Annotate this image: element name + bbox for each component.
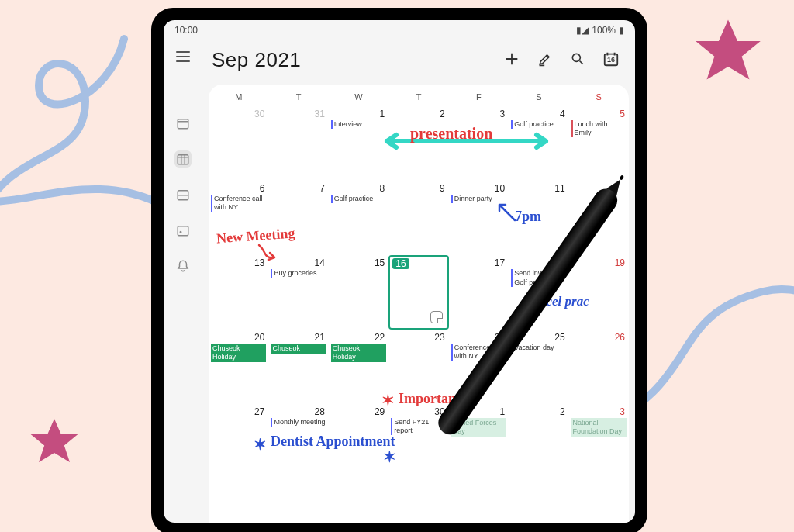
event-chip[interactable]: Send invoice [511, 269, 566, 278]
event-chip[interactable]: Lunch with Emily [571, 120, 627, 137]
dow-label: S [509, 85, 568, 106]
toolbar: 16 [503, 50, 620, 71]
day-cell[interactable]: 2 [388, 106, 448, 181]
today-badge: 16 [602, 56, 620, 64]
day-cell[interactable]: 8Golf practice [329, 181, 388, 255]
dow-label: S [569, 85, 629, 106]
day-cell[interactable]: 6Conference call with NY [209, 181, 268, 255]
event-chip[interactable]: Send FY21 report [391, 418, 446, 435]
side-rail [164, 40, 202, 275]
view-month-icon[interactable] [174, 150, 192, 168]
svg-point-7 [572, 54, 580, 61]
event-chip[interactable]: Chuseok Holiday [331, 344, 386, 362]
day-cell[interactable]: 13 [209, 255, 268, 330]
day-cell[interactable]: 11 [509, 181, 568, 255]
dow-row: MTWTFSS [209, 85, 629, 106]
svg-rect-3 [178, 155, 188, 164]
event-chip[interactable]: Monthly meeting [271, 418, 326, 427]
dow-label: T [388, 85, 448, 106]
status-bar: 10:00 ▮◢ 100% ▮ [164, 20, 635, 40]
event-chip[interactable]: Buy groceries [271, 269, 326, 278]
dow-label: F [449, 85, 509, 106]
day-cell[interactable] [569, 181, 629, 255]
day-cell[interactable]: 14Buy groceries [268, 255, 328, 330]
day-cell[interactable]: 2 [509, 404, 568, 478]
svg-rect-2 [178, 119, 188, 129]
day-cell[interactable]: 30Send FY21 report [388, 404, 448, 478]
day-cell[interactable]: 31 [268, 106, 328, 181]
battery-icon: ▮ [619, 25, 624, 36]
calendar-card: MTWTFSS 30311Interview234Golf practice5L… [209, 85, 629, 523]
svg-marker-1 [31, 419, 78, 462]
day-cell[interactable]: 23 [388, 330, 448, 404]
event-chip[interactable]: National Foundation Day [571, 418, 627, 437]
device-frame: 10:00 ▮◢ 100% ▮ [151, 8, 647, 532]
signal-icon: ▮◢ [576, 25, 589, 36]
day-cell[interactable]: 1Interview [329, 106, 388, 181]
day-cell[interactable]: 21Chuseok [268, 330, 328, 404]
screen: 10:00 ▮◢ 100% ▮ [164, 20, 635, 523]
draw-button[interactable] [537, 51, 553, 70]
day-cell[interactable]: 1Armed Forces Day [449, 404, 509, 478]
day-cell[interactable]: 19 [569, 255, 629, 330]
day-cell[interactable]: 28Monthly meeting [268, 404, 328, 478]
day-cell[interactable]: 7 [268, 181, 328, 255]
event-chip[interactable]: Armed Forces Day [451, 418, 506, 437]
dow-label: W [329, 85, 388, 106]
reminders-icon[interactable] [174, 257, 192, 275]
day-cell[interactable]: 24Conference call with NY [449, 330, 509, 404]
event-chip[interactable]: Vacation day [511, 344, 566, 352]
battery-text: 100% [592, 25, 616, 36]
month-title[interactable]: Sep 2021 [212, 48, 301, 72]
dow-label: M [209, 85, 268, 106]
svg-rect-5 [178, 226, 188, 236]
day-cell[interactable]: 3 [449, 106, 509, 181]
day-cell[interactable]: 5Lunch with Emily [569, 106, 629, 181]
event-chip[interactable]: Conference call with NY [211, 195, 266, 212]
day-cell[interactable]: 3National Foundation Day [569, 404, 629, 478]
view-list-icon[interactable] [174, 222, 192, 239]
view-day-icon[interactable] [174, 115, 192, 132]
day-cell[interactable]: 18Send invoiceGolf practice [509, 255, 568, 330]
day-cell[interactable]: 10Dinner party [449, 181, 509, 255]
day-cell[interactable]: 4Golf practice [509, 106, 568, 181]
search-button[interactable] [570, 51, 585, 70]
event-chip[interactable]: Dinner party [451, 195, 506, 203]
view-week-icon[interactable] [174, 186, 192, 203]
day-cell[interactable]: 27 [209, 404, 268, 478]
day-cell[interactable]: 20Chuseok Holiday [209, 330, 268, 404]
menu-button[interactable] [176, 51, 190, 62]
day-cell[interactable]: 29 [329, 404, 388, 478]
day-cell[interactable]: 9 [388, 181, 448, 255]
day-cell[interactable]: 26 [569, 330, 629, 404]
event-chip[interactable]: Golf practice [331, 195, 386, 203]
today-button[interactable]: 16 [602, 50, 620, 71]
calendar-grid: 30311Interview234Golf practice5Lunch wit… [209, 106, 629, 478]
event-chip[interactable]: Chuseok Holiday [211, 344, 266, 362]
day-cell[interactable]: 15 [329, 255, 388, 330]
camera-notch [392, 8, 406, 16]
day-cell[interactable]: 16 [388, 255, 448, 330]
svg-marker-0 [696, 20, 761, 80]
day-cell[interactable]: 30 [209, 106, 268, 181]
day-cell[interactable]: 25Vacation day [509, 330, 568, 404]
sticker-icon[interactable] [430, 311, 443, 323]
add-button[interactable] [503, 50, 520, 71]
dow-label: T [268, 85, 328, 106]
event-chip[interactable]: Golf practice [511, 278, 566, 287]
day-cell[interactable]: 22Chuseok Holiday [329, 330, 388, 404]
event-chip[interactable]: Conference call with NY [451, 344, 506, 361]
clock: 10:00 [174, 25, 198, 36]
day-cell[interactable]: 17 [449, 255, 509, 330]
svg-point-6 [180, 232, 181, 233]
event-chip[interactable]: Chuseok [271, 344, 326, 354]
event-chip[interactable]: Golf practice [511, 120, 566, 129]
event-chip[interactable]: Interview [331, 120, 386, 129]
